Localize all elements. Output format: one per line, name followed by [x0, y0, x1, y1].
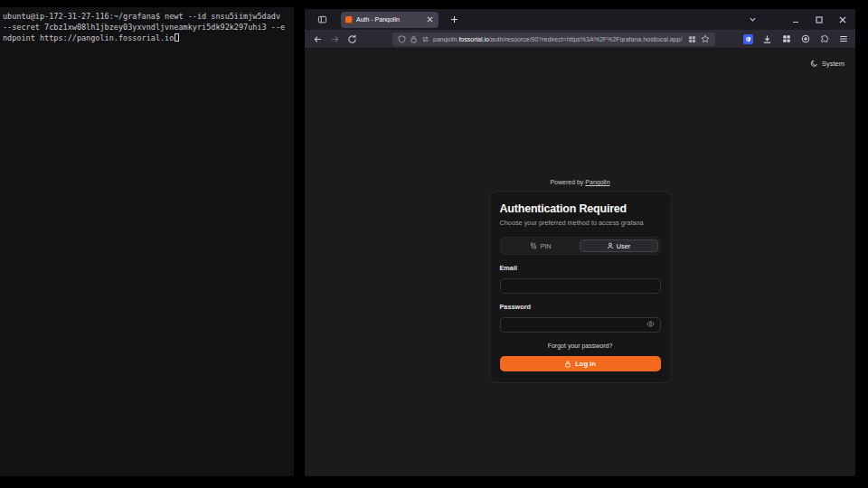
circle-extension-icon[interactable] — [800, 34, 810, 44]
container-grid-icon[interactable] — [688, 35, 696, 43]
reload-button[interactable] — [346, 33, 358, 45]
page-content: System Powered by Pangolin Authenticatio… — [305, 49, 855, 475]
email-field[interactable] — [500, 278, 661, 294]
forward-button[interactable] — [329, 33, 341, 45]
browser-toolbar: pangolin.fossorial.io/auth/resource/90?r… — [305, 30, 855, 49]
minimize-icon — [792, 16, 799, 23]
firefox-view-button[interactable] — [316, 14, 328, 26]
new-tab-button[interactable] — [448, 14, 460, 26]
extensions-puzzle-icon[interactable] — [819, 34, 829, 44]
auth-method-tabs: PIN User — [500, 237, 661, 255]
forward-arrow-icon — [330, 34, 340, 44]
terminal-line: --secret 7cbz1xw08lh1jbzey03yxvndljvneam… — [3, 22, 291, 33]
tab-pin-label: PIN — [540, 242, 551, 250]
pangolin-link[interactable]: Pangolin — [585, 179, 609, 185]
powered-by: Powered by Pangolin — [489, 179, 672, 185]
url-subdomain: pangolin. — [433, 36, 458, 42]
terminal-window[interactable]: ubuntu@ip-172-31-27-116:~/grafana$ newt … — [0, 7, 294, 476]
back-button[interactable] — [312, 33, 324, 45]
download-icon — [762, 34, 772, 44]
login-button-label: Log in — [575, 360, 596, 368]
eye-icon — [646, 320, 655, 328]
terminal-cursor — [175, 33, 179, 42]
bookmark-star-icon[interactable] — [701, 34, 710, 43]
moon-icon — [810, 60, 818, 68]
shield-icon — [398, 35, 406, 43]
email-label: Email — [500, 264, 661, 272]
plus-icon — [450, 15, 458, 23]
maximize-icon — [816, 16, 823, 23]
tab-pin[interactable]: PIN — [503, 239, 580, 252]
firefox-view-icon — [317, 14, 327, 24]
password-label: Password — [500, 303, 661, 311]
url-text: pangolin.fossorial.io/auth/resource/90?r… — [433, 36, 684, 42]
password-field[interactable] — [500, 317, 661, 333]
desktop: ubuntu@ip-172-31-27-116:~/grafana$ newt … — [0, 0, 868, 488]
close-icon — [839, 16, 846, 23]
tab-close-icon[interactable] — [425, 15, 434, 24]
pangolin-favicon — [345, 16, 353, 23]
password-row — [500, 314, 661, 333]
terminal-line-text: ndpoint https://pangolin.fossorial.io — [3, 33, 174, 42]
card-subtitle: Choose your preferred method to access g… — [500, 219, 661, 227]
auth-card: Authentication Required Choose your pref… — [489, 191, 672, 383]
url-path: /auth/resource/90?redirect=https%3A%2F%2… — [489, 36, 682, 42]
hamburger-menu-icon — [839, 34, 848, 43]
terminal-line: ubuntu@ip-172-31-27-116:~/grafana$ newt … — [3, 11, 291, 22]
browser-window: Auth - Pangolin — [305, 9, 855, 476]
keypad-icon — [530, 242, 537, 249]
lock-icon — [410, 35, 418, 43]
theme-toggle-label: System — [822, 60, 844, 68]
browser-tabbar: Auth - Pangolin — [305, 9, 855, 30]
url-bar[interactable]: pangolin.fossorial.io/auth/resource/90?r… — [392, 33, 715, 46]
urlbar-actions — [688, 34, 710, 43]
toolbar-extensions — [743, 34, 848, 44]
user-icon — [607, 242, 614, 249]
shield-extension-icon[interactable] — [743, 34, 753, 44]
url-domain: fossorial.io — [458, 36, 488, 42]
login-button[interactable]: Log in — [500, 356, 661, 371]
forgot-password-link[interactable]: Forgot your password? — [500, 343, 661, 349]
grid-extension-icon[interactable] — [781, 34, 791, 44]
terminal-line: ndpoint https://pangolin.fossorial.io — [3, 33, 291, 43]
chevron-down-icon — [749, 15, 757, 23]
tab-list-button[interactable] — [747, 14, 758, 25]
menu-button[interactable] — [838, 34, 848, 44]
maximize-button[interactable] — [814, 14, 825, 25]
minimize-button[interactable] — [790, 14, 801, 25]
reload-icon — [347, 34, 357, 44]
tab-user-label: User — [617, 242, 630, 250]
show-password-toggle[interactable] — [646, 319, 656, 328]
back-arrow-icon — [313, 34, 323, 44]
auth-section: Powered by Pangolin Authentication Requi… — [489, 179, 672, 383]
close-window-button[interactable] — [837, 14, 848, 25]
tab-user[interactable]: User — [580, 239, 658, 252]
theme-toggle[interactable]: System — [810, 60, 844, 68]
lock-icon — [564, 361, 571, 368]
downloads-button[interactable] — [762, 34, 772, 44]
permissions-icon — [421, 35, 429, 43]
card-title: Authentication Required — [500, 202, 661, 215]
powered-by-text: Powered by — [550, 179, 583, 185]
browser-tab-active[interactable]: Auth - Pangolin — [341, 12, 439, 28]
window-controls — [747, 14, 848, 25]
tab-title: Auth - Pangolin — [356, 16, 421, 23]
